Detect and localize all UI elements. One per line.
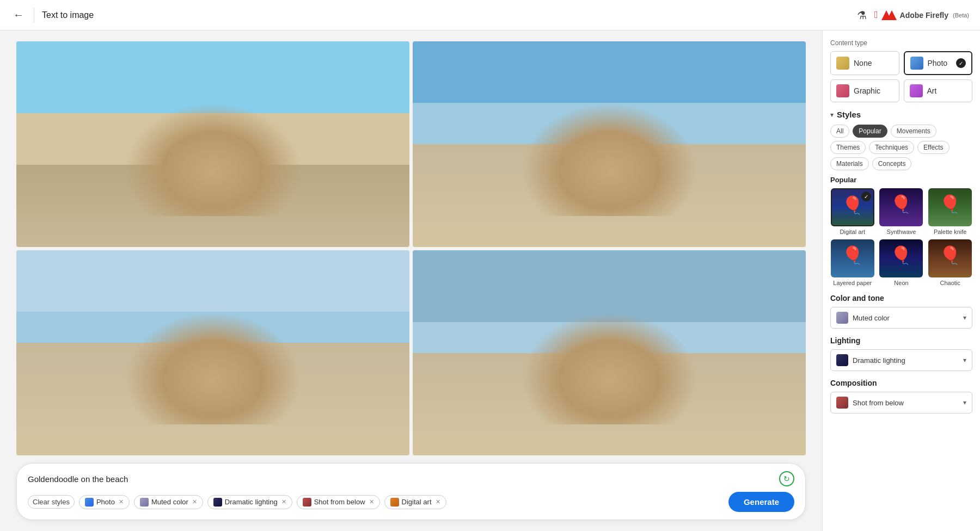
filter-tab-themes[interactable]: Themes	[830, 141, 866, 154]
adobe-logo-mark: 	[874, 9, 878, 21]
muted-color-icon	[836, 312, 848, 324]
lighting-value: Dramatic lighting	[853, 356, 905, 365]
style-item-synthwave[interactable]: Synthwave	[879, 188, 924, 235]
topbar-left: ← Text to image	[11, 8, 94, 23]
color-tone-section: Color and tone Muted color ▾	[830, 294, 972, 329]
digital-tag-icon	[390, 498, 399, 507]
color-tone-title: Color and tone	[830, 294, 972, 302]
generated-image-2[interactable]	[413, 41, 806, 247]
recycle-button[interactable]: ↻	[779, 471, 794, 486]
image-grid	[16, 41, 806, 455]
style-grid: ✓ Digital art Synthwave Palette knife La…	[830, 188, 972, 286]
composition-chevron-icon: ▾	[963, 399, 966, 406]
filter-tab-all[interactable]: All	[830, 125, 849, 138]
composition-title: Composition	[830, 379, 972, 387]
right-panel: Content type None Photo ✓ Graphic Art	[822, 30, 980, 531]
style-thumb-digital-art: ✓	[831, 188, 874, 226]
adobe-firefly-label: Adobe Firefly	[900, 11, 948, 20]
color-tone-dropdown[interactable]: Muted color ▾	[830, 307, 972, 329]
content-type-grid: None Photo ✓ Graphic Art	[830, 51, 972, 102]
shot-tag-icon	[303, 498, 311, 507]
muted-tag-icon	[140, 498, 149, 507]
art-icon	[910, 84, 923, 97]
tag-dramatic-lighting[interactable]: Dramatic lighting ✕	[207, 495, 292, 509]
muted-tag-remove[interactable]: ✕	[192, 498, 197, 505]
topbar-right: ⚗  Adobe Firefly (Beta)	[857, 9, 969, 22]
dramatic-tag-remove[interactable]: ✕	[281, 498, 286, 505]
photo-label: Photo	[928, 59, 948, 67]
prompt-input-row: ↻	[28, 471, 794, 486]
tag-photo[interactable]: Photo ✕	[79, 495, 130, 509]
dog-image-2	[521, 103, 698, 216]
style-thumb-synthwave	[879, 188, 923, 226]
generated-image-3[interactable]	[16, 250, 409, 456]
filter-tab-materials[interactable]: Materials	[830, 157, 869, 170]
dramatic-lighting-icon	[836, 354, 848, 366]
style-item-neon[interactable]: Neon	[879, 239, 924, 286]
photo-tag-remove[interactable]: ✕	[119, 498, 124, 505]
muted-tag-label: Muted color	[151, 498, 188, 506]
generated-image-1[interactable]	[16, 41, 409, 247]
dramatic-tag-icon	[213, 498, 222, 507]
tag-muted-color[interactable]: Muted color ✕	[134, 495, 203, 509]
shot-from-below-icon	[836, 397, 848, 409]
prompt-area: ↻ Clear styles Photo ✕ Muted color ✕ Dra…	[16, 463, 806, 520]
style-item-layered-paper[interactable]: Layered paper	[830, 239, 875, 286]
style-thumb-layered-paper	[831, 239, 874, 277]
dog-image-1	[125, 103, 302, 216]
generate-button[interactable]: Generate	[728, 492, 794, 512]
generated-image-4[interactable]	[413, 250, 806, 456]
neon-label: Neon	[894, 280, 908, 286]
adobe-logo:  Adobe Firefly (Beta)	[874, 9, 969, 21]
style-thumb-chaotic	[928, 239, 972, 277]
styles-title: Styles	[837, 110, 861, 119]
beta-badge: (Beta)	[953, 12, 969, 18]
synthwave-label: Synthwave	[887, 229, 916, 235]
style-item-palette-knife[interactable]: Palette knife	[928, 188, 972, 235]
filter-tab-effects[interactable]: Effects	[917, 141, 949, 154]
composition-dropdown[interactable]: Shot from below ▾	[830, 392, 972, 413]
tag-shot-from-below[interactable]: Shot from below ✕	[297, 495, 380, 509]
filter-tab-concepts[interactable]: Concepts	[872, 157, 912, 170]
photo-tag-icon	[85, 498, 94, 507]
topbar-divider	[34, 8, 34, 23]
graphic-icon	[836, 84, 849, 97]
color-tone-chevron-icon: ▾	[963, 314, 966, 322]
composition-section: Composition Shot from below ▾	[830, 379, 972, 413]
adobe-logo-svg	[881, 10, 897, 20]
lighting-title: Lighting	[830, 336, 972, 345]
content-type-photo[interactable]: Photo ✓	[904, 51, 973, 75]
filter-tab-techniques[interactable]: Techniques	[869, 141, 914, 154]
digital-tag-remove[interactable]: ✕	[436, 498, 440, 505]
shot-tag-remove[interactable]: ✕	[369, 498, 374, 505]
filter-tab-movements[interactable]: Movements	[891, 125, 936, 138]
photo-check: ✓	[956, 58, 966, 68]
layered-paper-label: Layered paper	[833, 280, 872, 286]
clear-styles-button[interactable]: Clear styles	[28, 495, 75, 509]
page-title: Text to image	[42, 10, 94, 20]
art-label: Art	[927, 87, 937, 95]
style-thumb-neon	[879, 239, 923, 277]
content-type-art[interactable]: Art	[904, 79, 973, 102]
dramatic-tag-label: Dramatic lighting	[225, 498, 278, 506]
tags-row: Clear styles Photo ✕ Muted color ✕ Drama…	[28, 492, 794, 512]
style-item-chaotic[interactable]: Chaotic	[928, 239, 972, 286]
style-item-digital-art[interactable]: ✓ Digital art	[830, 188, 875, 235]
content-type-none[interactable]: None	[830, 51, 899, 75]
photo-icon	[910, 57, 923, 70]
prompt-input[interactable]	[28, 474, 779, 484]
color-tone-value: Muted color	[853, 314, 890, 322]
center-area: ↻ Clear styles Photo ✕ Muted color ✕ Dra…	[0, 30, 822, 531]
lighting-dropdown[interactable]: Dramatic lighting ▾	[830, 349, 972, 371]
photo-tag-label: Photo	[96, 498, 115, 506]
back-button[interactable]: ←	[11, 8, 26, 23]
tag-digital-art[interactable]: Digital art ✕	[384, 495, 446, 509]
content-type-graphic[interactable]: Graphic	[830, 79, 899, 102]
filter-tabs: All Popular Movements Themes Techniques …	[830, 125, 972, 170]
filter-tab-popular[interactable]: Popular	[853, 125, 887, 138]
topbar: ← Text to image ⚗  Adobe Firefly (Beta)	[0, 0, 980, 30]
none-label: None	[854, 59, 872, 67]
popular-label: Popular	[830, 176, 972, 184]
styles-header[interactable]: ▾ Styles	[830, 110, 972, 119]
main-content: ↻ Clear styles Photo ✕ Muted color ✕ Dra…	[0, 30, 980, 531]
